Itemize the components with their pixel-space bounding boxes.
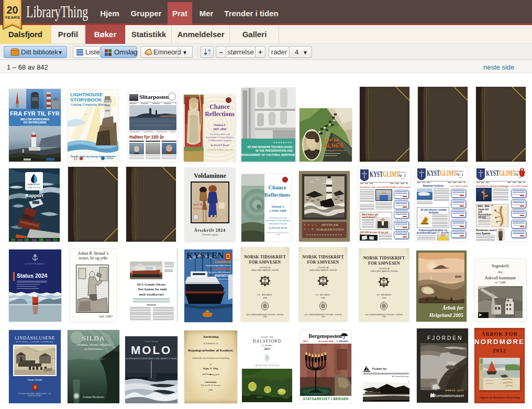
svg-text:YEARS: YEARS — [5, 15, 20, 20]
svg-text:nytt &: nytt & — [193, 202, 203, 207]
svg-text:………: ……… — [500, 381, 510, 385]
svg-text:ELEGANS: ELEGANS — [193, 207, 205, 210]
svg-text:20: 20 — [6, 4, 18, 16]
